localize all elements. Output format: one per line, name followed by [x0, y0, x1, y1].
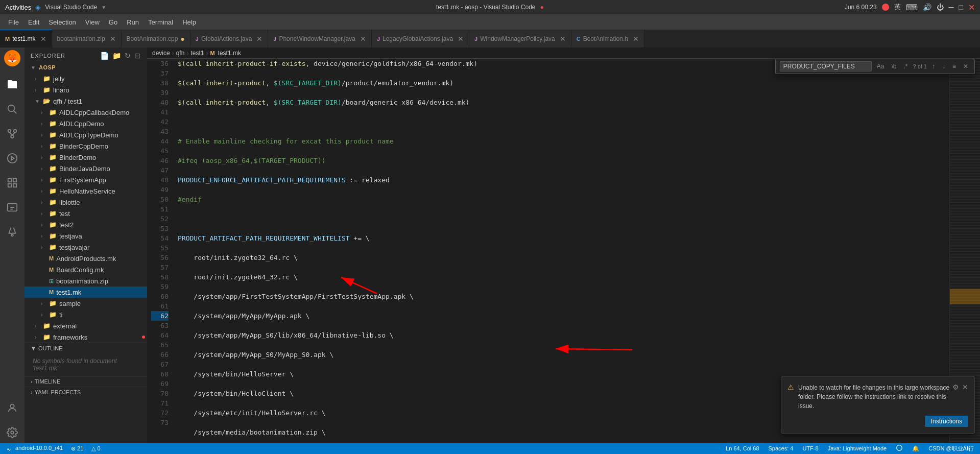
instructions-button[interactable]: Instructions	[925, 416, 968, 427]
sidebar-item-external[interactable]: › 📁 external	[25, 320, 147, 331]
encoding[interactable]: UTF-8	[800, 445, 820, 451]
breadcrumb-qfh[interactable]: qfh	[176, 50, 185, 57]
tab-close-btn[interactable]: ✕	[40, 35, 46, 43]
menubar-item-file[interactable]: File	[4, 16, 23, 28]
menubar-item-view[interactable]: View	[81, 16, 104, 28]
sidebar-item-bootanimation-zip[interactable]: › ⊞ bootanimation.zip	[25, 275, 147, 286]
notification-close-btn[interactable]: ✕	[962, 383, 968, 391]
warning-count[interactable]: △ 0	[89, 445, 102, 452]
dropdown-arrow-icon[interactable]: ▼	[101, 5, 106, 10]
firefox-icon[interactable]: 🦊	[4, 50, 20, 66]
sidebar-item-liblottie[interactable]: › 📁 liblottie	[25, 197, 147, 208]
menubar-item-edit[interactable]: Edit	[24, 16, 43, 28]
sidebar-item-AIDLCppDemo[interactable]: › 📁 AIDLCppDemo	[25, 118, 147, 129]
tab-phonewindow[interactable]: JPhoneWindowManager.java✕	[268, 30, 372, 47]
tab-close-btn[interactable]: ✕	[110, 35, 116, 43]
find-regex-btn[interactable]: .*	[901, 62, 910, 71]
find-bar[interactable]: Aa \b .* ? of 1 ↑ ↓ ≡ ✕	[775, 59, 975, 74]
sidebar-item-ti[interactable]: › 📁 ti	[25, 309, 147, 320]
search-icon[interactable]	[2, 99, 22, 120]
find-aa-btn[interactable]: Aa	[875, 62, 887, 71]
extensions-icon[interactable]	[2, 173, 22, 193]
sidebar-item-BinderCppDemo[interactable]: › 📁 BinderCppDemo	[25, 140, 147, 152]
timeline-header[interactable]: › TIMELINE	[25, 376, 147, 387]
tab-bootanimation_zip[interactable]: bootanimation.zip✕	[52, 30, 122, 47]
tab-legacyglobal[interactable]: JLegacyGlobalActions.java✕	[372, 30, 469, 47]
sidebar-item-test[interactable]: › 📁 test	[25, 208, 147, 219]
sidebar-item-frameworks[interactable]: › 📁 frameworks	[25, 331, 147, 343]
tab-windowmanager[interactable]: JWindowManagerPolicy.java✕	[469, 30, 571, 47]
menubar-item-selection[interactable]: Selection	[44, 16, 80, 28]
feedback-icon[interactable]	[894, 444, 905, 452]
git-branch[interactable]: android-10.0.0_r41	[4, 445, 65, 451]
sidebar-item-testjavajar[interactable]: › 📁 testjavajar	[25, 242, 147, 253]
menubar-item-run[interactable]: Run	[123, 16, 143, 28]
breadcrumb-device[interactable]: device	[152, 50, 170, 57]
tab-close-btn[interactable]: ✕	[458, 35, 464, 43]
sidebar-item-AIDLCppCallbackDemo[interactable]: › 📁 AIDLCppCallbackDemo	[25, 107, 147, 118]
testing-icon[interactable]	[2, 222, 22, 242]
new-file-icon[interactable]: 📄	[100, 52, 109, 60]
tab-close-btn[interactable]: ✕	[360, 35, 366, 43]
sidebar-actions[interactable]: 📄 📁 ↻ ⊟	[100, 52, 141, 60]
spaces[interactable]: Spaces: 4	[767, 445, 796, 451]
new-folder-icon[interactable]: 📁	[112, 52, 122, 60]
find-word-btn[interactable]: \b	[889, 62, 898, 71]
sidebar-item-sample[interactable]: › 📁 sample	[25, 298, 147, 309]
menubar-item-help[interactable]: Help	[178, 16, 200, 28]
tab-bootanimation_cpp[interactable]: BootAnimation.cpp●	[122, 30, 190, 47]
breadcrumb-file[interactable]: M test1.mk	[210, 50, 241, 57]
tree-root-aosp[interactable]: ▼ AOSP	[25, 62, 147, 73]
source-control-icon[interactable]	[2, 124, 22, 144]
sidebar-item-AndroidProducts[interactable]: › M AndroidProducts.mk	[25, 253, 147, 264]
tab-test1[interactable]: Mtest1.mk✕	[0, 30, 52, 47]
power-icon[interactable]: ⏻	[937, 3, 944, 11]
win-close[interactable]: ✕	[968, 3, 975, 12]
sidebar-item-HelloNativeService[interactable]: › 📁 HelloNativeService	[25, 185, 147, 197]
keyboard-icon[interactable]: ⌨	[906, 3, 918, 12]
account-icon[interactable]	[2, 398, 22, 418]
sidebar-item-BoardConfig[interactable]: › M BoardConfig.mk	[25, 264, 147, 275]
settings-icon[interactable]	[2, 422, 22, 443]
close-button[interactable]	[882, 4, 889, 11]
sidebar-item-linaro[interactable]: › 📁 linaro	[25, 84, 147, 95]
sidebar-item-testjava[interactable]: › 📁 testjava	[25, 230, 147, 242]
files-icon[interactable]	[2, 75, 22, 95]
tab-globalactions[interactable]: JGlobalActions.java✕	[190, 30, 269, 47]
refresh-icon[interactable]: ↻	[125, 52, 131, 60]
find-input[interactable]	[780, 61, 872, 71]
language-mode[interactable]: Java: Lightweight Mode	[826, 445, 889, 451]
lang-indicator[interactable]: 英	[894, 3, 901, 12]
vscode-name[interactable]: Visual Studio Code	[45, 4, 97, 11]
win-minimize[interactable]: ─	[949, 3, 954, 11]
menubar-item-go[interactable]: Go	[105, 16, 122, 28]
outline-header[interactable]: ▼ OUTLINE	[25, 343, 147, 353]
breadcrumb-test1-folder[interactable]: test1	[190, 50, 204, 57]
collapse-icon[interactable]: ⊟	[134, 52, 141, 60]
sidebar-item-test1mk[interactable]: › M test1.mk	[25, 286, 147, 298]
sidebar-item-BinderJavaDemo[interactable]: › 📁 BinderJavaDemo	[25, 163, 147, 174]
find-prev-btn[interactable]: ↑	[930, 62, 937, 71]
sidebar-item-jelly[interactable]: › 📁 jelly	[25, 73, 147, 84]
sidebar-item-qfh-test1[interactable]: ▼ 📂 qfh / test1	[25, 95, 147, 107]
sidebar-item-AIDLCppTypeDemo[interactable]: › 📁 AIDLCppTypeDemo	[25, 129, 147, 140]
remote-explorer-icon[interactable]	[2, 197, 22, 218]
find-close-btn[interactable]: ✕	[961, 62, 970, 71]
notification-gear-icon[interactable]: ⚙	[952, 383, 959, 391]
tab-close-btn[interactable]: ✕	[256, 35, 262, 43]
tab-close-btn[interactable]: ✕	[633, 35, 639, 43]
menubar-item-terminal[interactable]: Terminal	[144, 16, 177, 28]
run-debug-icon[interactable]	[2, 148, 22, 169]
tab-close-btn[interactable]: ✕	[560, 35, 566, 43]
volume-icon[interactable]: 🔊	[923, 3, 931, 11]
find-mode-btn[interactable]: ≡	[950, 62, 958, 71]
notification-bell-icon[interactable]: 🔔	[910, 445, 921, 452]
error-count[interactable]: ⊗ 21	[69, 445, 85, 452]
sidebar-item-BinderDemo[interactable]: › 📁 BinderDemo	[25, 152, 147, 163]
win-maximize[interactable]: □	[959, 3, 963, 11]
ln-col[interactable]: Ln 64, Col 68	[724, 445, 761, 451]
find-next-btn[interactable]: ↓	[940, 62, 947, 71]
sidebar-item-FirstSystemApp[interactable]: › 📁 FirstSystemApp	[25, 174, 147, 185]
yaml-header[interactable]: › YAML PROJECTS	[25, 387, 147, 397]
sidebar-item-test2[interactable]: › 📁 test2	[25, 219, 147, 230]
